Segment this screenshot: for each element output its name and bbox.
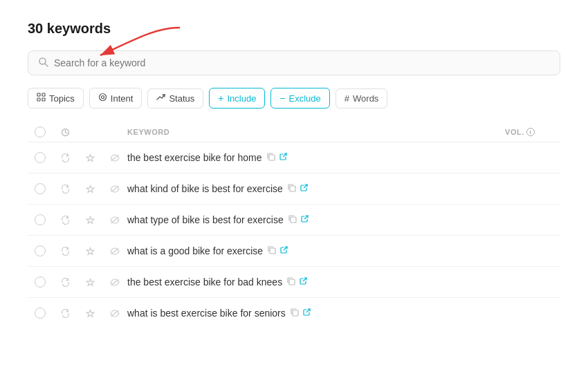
copy-icon-3[interactable] [288, 214, 297, 225]
header-row: 30 keywords [28, 21, 560, 37]
header-clock [53, 128, 77, 137]
row-keyword-2: what kind of bike is best for exercise [127, 183, 505, 194]
include-filter-button[interactable]: + Include [209, 88, 265, 109]
svg-line-29 [284, 247, 288, 250]
svg-marker-18 [86, 185, 94, 192]
copy-icon-5[interactable] [286, 276, 295, 288]
status-filter-button[interactable]: Status [147, 88, 203, 109]
row-eye-icon-1[interactable] [102, 154, 127, 162]
row-star-icon-4[interactable] [77, 247, 102, 256]
row-keyword-4: what is a good bike for exercise [127, 245, 505, 256]
copy-icon-1[interactable] [266, 152, 275, 163]
svg-marker-26 [86, 247, 94, 254]
svg-rect-16 [269, 155, 275, 160]
svg-rect-6 [42, 98, 45, 101]
svg-line-2 [45, 64, 48, 66]
row-star-icon-2[interactable] [77, 185, 102, 194]
svg-rect-3 [37, 93, 40, 96]
exclude-label: Exclude [289, 93, 321, 104]
svg-point-8 [101, 96, 104, 99]
vol-info-icon[interactable]: i [526, 128, 535, 136]
words-filter-button[interactable]: # Words [336, 88, 388, 109]
row-star-icon-3[interactable] [77, 216, 102, 225]
copy-icon-2[interactable] [287, 183, 296, 194]
row-eye-icon-4[interactable] [102, 247, 127, 255]
external-link-icon-2[interactable] [300, 184, 308, 194]
svg-rect-20 [290, 186, 295, 191]
copy-icon-4[interactable] [267, 245, 276, 256]
external-link-icon-1[interactable] [279, 153, 287, 162]
svg-line-17 [283, 153, 286, 157]
words-hash-icon: # [344, 93, 349, 104]
header-vol: VOL. i [505, 128, 560, 136]
status-icon [156, 93, 165, 104]
copy-icon-6[interactable] [290, 308, 299, 319]
svg-line-13 [65, 132, 67, 133]
exclude-minus-icon: − [279, 93, 285, 104]
row-checkbox-1[interactable] [28, 152, 53, 163]
row-refresh-icon-6[interactable] [53, 309, 77, 318]
external-link-icon-6[interactable] [303, 308, 311, 318]
status-label: Status [169, 93, 194, 104]
table-header: KEYWORD VOL. i [28, 122, 560, 142]
header-check[interactable] [28, 126, 53, 138]
row-checkbox-5[interactable] [28, 276, 53, 288]
exclude-filter-button[interactable]: − Exclude [270, 88, 329, 109]
svg-point-7 [99, 94, 106, 101]
words-label: Words [353, 93, 378, 104]
svg-rect-32 [289, 279, 295, 285]
table-row: the best exercise bike for bad knees [28, 267, 560, 298]
row-eye-icon-5[interactable] [102, 279, 127, 286]
row-eye-icon-3[interactable] [102, 216, 127, 224]
row-star-icon-6[interactable] [77, 309, 102, 318]
table-row: what is best exercise bike for seniors [28, 298, 560, 328]
row-eye-icon-6[interactable] [102, 310, 127, 317]
table-row: what type of bike is best for exercise [28, 205, 560, 236]
svg-marker-22 [86, 216, 94, 223]
row-keyword-6: what is best exercise bike for seniors [127, 308, 505, 319]
intent-icon [98, 93, 107, 104]
row-keyword-5: the best exercise bike for bad knees [127, 276, 505, 288]
row-star-icon-1[interactable] [77, 153, 102, 162]
filter-row: Topics Intent Status + I [28, 88, 560, 109]
row-keyword-3: what type of bike is best for exercise [127, 214, 505, 225]
row-keyword-1: the best exercise bike for home [127, 152, 505, 163]
include-plus-icon: + [218, 93, 223, 104]
row-refresh-icon-4[interactable] [53, 247, 77, 256]
row-eye-icon-2[interactable] [102, 185, 127, 193]
external-link-icon-5[interactable] [300, 277, 307, 287]
intent-filter-button[interactable]: Intent [89, 88, 143, 109]
header-keyword: KEYWORD [127, 128, 505, 136]
table-row: what is a good bike for exercise [28, 236, 560, 267]
svg-marker-30 [86, 279, 94, 285]
row-refresh-icon-3[interactable] [53, 216, 77, 225]
main-container: 30 keywords [0, 0, 588, 342]
search-icon [38, 57, 48, 69]
table-row: the best exercise bike for home [28, 142, 560, 173]
select-all-checkbox[interactable] [35, 126, 46, 138]
arrow-annotation [93, 22, 183, 60]
svg-rect-5 [37, 98, 40, 101]
external-link-icon-3[interactable] [301, 215, 309, 225]
row-refresh-icon-5[interactable] [53, 278, 77, 287]
topics-filter-button[interactable]: Topics [28, 88, 84, 109]
include-label: Include [227, 93, 256, 104]
svg-marker-14 [86, 154, 94, 161]
row-checkbox-4[interactable] [28, 245, 53, 256]
svg-rect-4 [42, 93, 45, 96]
row-checkbox-3[interactable] [28, 214, 53, 225]
topics-icon [37, 93, 46, 104]
svg-rect-24 [291, 217, 296, 223]
row-checkbox-2[interactable] [28, 183, 53, 194]
svg-marker-34 [86, 310, 94, 317]
svg-line-33 [304, 278, 307, 281]
row-star-icon-5[interactable] [77, 278, 102, 287]
external-link-icon-4[interactable] [280, 246, 288, 256]
row-checkbox-6[interactable] [28, 308, 53, 319]
table-body: the best exercise bike for home [28, 142, 560, 328]
svg-rect-28 [270, 248, 275, 254]
row-refresh-icon-1[interactable] [53, 153, 77, 162]
svg-line-37 [306, 309, 310, 312]
svg-line-25 [304, 216, 308, 219]
row-refresh-icon-2[interactable] [53, 185, 77, 194]
